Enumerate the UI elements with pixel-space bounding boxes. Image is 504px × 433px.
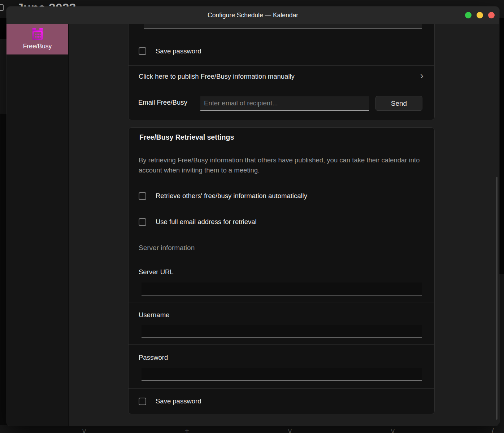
- retrieval-description: By retrieving Free/Busy information that…: [139, 155, 422, 175]
- background-glyph: v: [288, 427, 292, 433]
- background-glyph: /: [492, 427, 494, 433]
- server-url-input[interactable]: [142, 283, 422, 296]
- save-password-retrieval-label: Save password: [156, 397, 201, 405]
- save-password-checkbox[interactable]: [139, 47, 146, 55]
- server-url-label: Server URL: [139, 268, 174, 276]
- close-traffic-light[interactable]: [488, 12, 495, 18]
- full-email-checkbox[interactable]: [139, 218, 146, 226]
- minimize-traffic-light[interactable]: [477, 12, 483, 18]
- retrieval-section-title: Free/Busy Retrieval settings: [129, 128, 434, 147]
- divider: [129, 147, 434, 147]
- background-glyph: v: [391, 427, 395, 433]
- window-controls: [465, 6, 495, 24]
- background-bottom-strip: [0, 425, 504, 433]
- full-email-label: Use full email address for retrieval: [156, 218, 257, 226]
- vertical-scrollbar[interactable]: [496, 177, 498, 420]
- retrieve-auto-row[interactable]: Retrieve others' free/busy information a…: [129, 183, 434, 209]
- sidebar: Free/Busy: [6, 24, 69, 426]
- settings-scroll-area[interactable]: Save password Click here to publish Free…: [69, 24, 499, 426]
- server-information-heading: Server information: [129, 235, 434, 261]
- email-freebusy-row: Email Free/Busy Send: [129, 88, 434, 120]
- background-glyph: v: [82, 427, 86, 433]
- background-panel-mid: [0, 39, 6, 114]
- send-button[interactable]: Send: [375, 96, 422, 111]
- divider: [129, 302, 434, 302]
- save-password-label: Save password: [156, 47, 201, 55]
- background-panel-right-mid: [499, 274, 504, 433]
- password-label: Password: [139, 354, 168, 362]
- maximize-traffic-light[interactable]: [465, 12, 472, 18]
- username-label: Username: [139, 311, 169, 319]
- sidebar-item-label: Free/Busy: [23, 43, 52, 50]
- dialog-title: Configure Schedule — Kalendar: [208, 12, 298, 19]
- configure-schedule-dialog: Configure Schedule — Kalendar: [6, 6, 499, 426]
- email-freebusy-label: Email Free/Busy: [138, 99, 187, 106]
- save-password-retrieval-checkbox[interactable]: [139, 398, 146, 405]
- password-input[interactable]: [142, 368, 422, 381]
- email-recipient-input[interactable]: [200, 96, 369, 111]
- publish-password-input-partial[interactable]: [144, 24, 422, 29]
- retrieve-auto-checkbox[interactable]: [139, 192, 146, 200]
- sidebar-item-freebusy[interactable]: Free/Busy: [6, 24, 68, 54]
- divider: [129, 344, 434, 345]
- background-glyph: +: [185, 427, 189, 433]
- publish-manually-button[interactable]: Click here to publish Free/Busy informat…: [129, 65, 434, 88]
- dialog-body: Free/Busy Save password Click here to pu…: [6, 24, 499, 426]
- background-panel-right-dark: [499, 18, 504, 274]
- publish-section-card: Save password Click here to publish Free…: [128, 24, 435, 120]
- save-password-row-retrieval[interactable]: Save password: [129, 388, 434, 414]
- username-input[interactable]: [142, 325, 422, 338]
- chevron-right-icon: ›: [420, 71, 423, 81]
- background-panel-dark: [0, 18, 6, 39]
- full-email-row[interactable]: Use full email address for retrieval: [129, 209, 434, 235]
- retrieval-section-card: Free/Busy Retrieval settings By retrievi…: [128, 127, 435, 414]
- publish-manually-label: Click here to publish Free/Busy informat…: [139, 73, 295, 80]
- save-password-row[interactable]: Save password: [129, 37, 434, 65]
- sidebar-toggle-icon: [0, 4, 4, 11]
- dialog-titlebar[interactable]: Configure Schedule — Kalendar: [6, 6, 499, 24]
- calendar-icon: [31, 28, 44, 40]
- retrieve-auto-label: Retrieve others' free/busy information a…: [156, 192, 307, 200]
